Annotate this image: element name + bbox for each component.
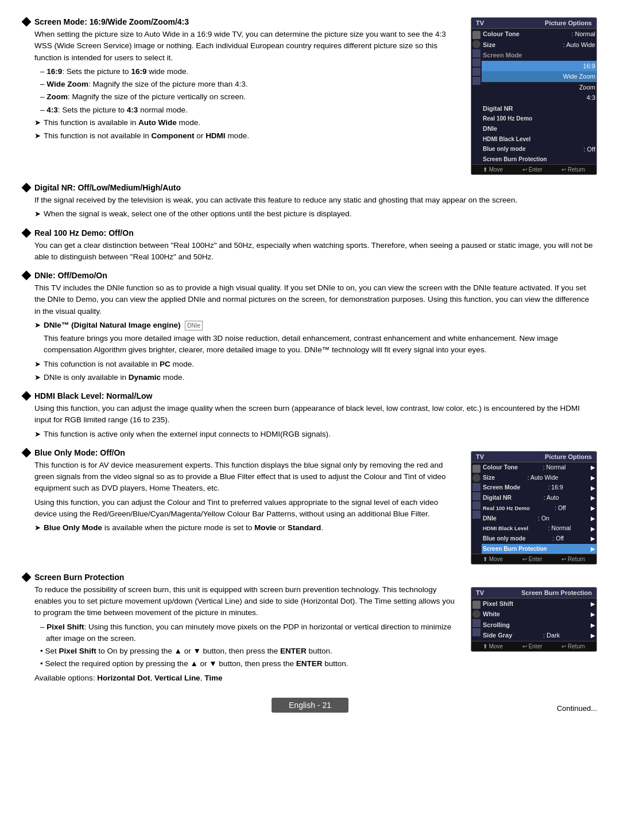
tv-icon-1 <box>472 31 480 39</box>
note-blue-only: ➤ Blue Only Mode is available when the p… <box>34 522 459 534</box>
bullet-pixel-shift: – Pixel Shift: Using this function, you … <box>40 621 459 645</box>
tv-panel-2-header: TV Picture Options <box>471 452 596 462</box>
dnie-title: DNIe: Off/Demo/On <box>34 271 107 280</box>
hdmi-black-body: Using this function, you can adjust the … <box>34 403 597 440</box>
section-hdmi-black: HDMI Black Level: Normal/Low Using this … <box>23 391 597 440</box>
tv-panel-3-header: TV Screen Burn Protection <box>471 588 596 598</box>
dnie-para: This TV includes the DNIe function so as… <box>34 282 597 317</box>
tv-row-colour-tone: Colour Tone: Normal <box>482 29 596 40</box>
spacer <box>471 573 597 578</box>
dnie-sub-body: This feature brings you more detailed im… <box>44 333 597 356</box>
english-button[interactable]: English - 21 <box>272 698 348 713</box>
bullet-select-option: • Select the required option by pressing… <box>40 658 459 670</box>
arrow-hdmi: ➤ <box>34 429 41 440</box>
tv-icon-4 <box>472 59 480 67</box>
tv-icon-6 <box>472 77 480 85</box>
blue-only-title: Blue Only Mode: Off/On <box>34 448 125 457</box>
arrow-icon: ➤ <box>34 117 41 129</box>
screen-burn-text: Screen Burn Protection To reduce the pos… <box>23 573 459 686</box>
tv-row-2-dnie: DNIe: On▶ <box>482 514 596 524</box>
tv-row-169: 16:9 <box>482 61 596 72</box>
blue-only-para2: Using this function, you can adjust the … <box>34 497 459 520</box>
tv-panel-2-content: Colour Tone: Normal▶ Size: Auto Wide▶ Sc… <box>482 462 596 554</box>
tv-row-3-pixel: Pixel Shift▶ <box>482 598 596 609</box>
tv-row-screen-mode: Screen Mode <box>482 50 596 61</box>
section-blue-only: Blue Only Mode: Off/On This function is … <box>23 448 597 565</box>
bullet-wide-zoom: – Wide Zoom: Magnify the size of the pic… <box>40 79 459 90</box>
tv-row-3-scrolling: Scrolling▶ <box>482 620 596 631</box>
note-dnie-pc: ➤ This cofunction is not available in PC… <box>34 359 597 370</box>
tv-label: TV <box>476 20 484 26</box>
blue-only-body: This function is for AV device measureme… <box>34 460 459 534</box>
diamond-icon-blue <box>22 448 32 457</box>
hdmi-black-para: Using this function, you can adjust the … <box>34 403 597 426</box>
footer3-return: ↩ Return <box>561 643 585 650</box>
screen-burn-panel-label: Screen Burn Protection <box>521 589 592 596</box>
dnie-sub-header: ➤ DNIe™ (Digital Natural Image engine) D… <box>34 320 597 331</box>
bullet-set-pixel: • Set Pixel Shift to On by pressing the … <box>40 645 459 657</box>
digital-nr-title: Digital NR: Off/Low/Medium/High/Auto <box>34 183 181 192</box>
tv-icon-2-1 <box>472 465 480 473</box>
arrow-dnie-sub: ➤ <box>34 320 41 331</box>
arrow-dnie-dynamic: ➤ <box>34 372 41 383</box>
tv-panel-1: TV Picture Options Colour Tone: Normal S… <box>471 17 597 175</box>
tv-icon-3-3 <box>472 619 480 627</box>
tv-row-2-size: Size: Auto Wide▶ <box>482 473 596 483</box>
diamond-icon-hdmi <box>22 391 32 401</box>
picture-options-label: Picture Options <box>545 20 592 26</box>
note-digital-nr: ➤ When the signal is weak, select one of… <box>34 208 597 220</box>
digital-nr-body: If the signal received by the television… <box>34 195 597 220</box>
bullet-zoom: – Zoom: Magnify the size of the picture … <box>40 91 459 103</box>
screen-mode-para: When setting the picture size to Auto Wi… <box>34 29 459 64</box>
section-digital-nr: Digital NR: Off/Low/Medium/High/Auto If … <box>23 183 597 220</box>
tv-row-43: 4:3 <box>482 92 596 103</box>
section-screen-mode: Screen Mode: 16:9/Wide Zoom/Zoom/4:3 Whe… <box>23 17 597 175</box>
tv-icon-2-2 <box>472 474 480 482</box>
real100hz-body: You can get a clear distinction between … <box>34 240 597 263</box>
tv-row-3-side-gray: Side Gray: Dark▶ <box>482 630 596 641</box>
footer-return: ↩ Return <box>561 166 585 173</box>
diamond-icon-100hz <box>22 228 32 238</box>
tv-panel-3-inner: Pixel Shift▶ White▶ Scrolling▶ Side Gray… <box>471 598 596 641</box>
dnie-body: This TV includes the DNIe function so as… <box>34 282 597 383</box>
tv-panel-2-footer: ⬆ Move ↩ Enter ↩ Return <box>471 554 596 564</box>
tv-panel-1-inner: Colour Tone: Normal Size: Auto Wide Scre… <box>471 29 596 164</box>
section-screen-burn: Screen Burn Protection To reduce the pos… <box>23 573 597 686</box>
diamond-icon <box>22 17 32 27</box>
tv-icon-5 <box>472 68 480 76</box>
tv-panel-3-footer: ⬆ Move ↩ Enter ↩ Return <box>471 641 596 651</box>
tv-icon-2-4 <box>472 492 480 500</box>
tv-icon-3-1 <box>472 601 480 609</box>
blue-only-para1: This function is for AV device measureme… <box>34 460 459 495</box>
tv-panel-2: TV Picture Options Colour Tone: Normal▶ … <box>471 451 597 565</box>
tv-icon-3 <box>472 49 480 57</box>
section-dnie: DNIe: Off/Demo/On This TV includes the D… <box>23 271 597 383</box>
section-real100hz: Real 100 Hz Demo: Off/On You can get a c… <box>23 228 597 263</box>
tv-row-2-hdmi: HDMI Black Level: Normal▶ <box>482 523 596 534</box>
screen-burn-body: To reduce the possibility of screen burn… <box>34 584 459 684</box>
tv-panel-1-footer: ⬆ Move ↩ Enter ↩ Return <box>471 164 596 174</box>
tv-row-blue-only: Blue only mode: Off <box>482 144 596 155</box>
footer2-enter: ↩ Enter <box>522 556 542 562</box>
tv-row-dnie: DNIe <box>482 123 596 134</box>
tv-row-3-white: White▶ <box>482 609 596 620</box>
tv-row-2-screen-burn: Screen Burn Protection▶ <box>482 544 596 554</box>
diamond-icon-nr <box>22 183 32 193</box>
tv-icon-2-3 <box>472 483 480 491</box>
arrow-icon-2: ➤ <box>34 130 41 142</box>
digital-nr-para: If the signal received by the television… <box>34 195 597 206</box>
tv-row-2-screen-mode: Screen Mode: 16:9▶ <box>482 483 596 493</box>
tv-panel-3-content: Pixel Shift▶ White▶ Scrolling▶ Side Gray… <box>482 598 596 641</box>
tv-row-2-blue-only: Blue only mode: Off▶ <box>482 534 596 544</box>
hdmi-black-title: HDMI Black Level: Normal/Low <box>34 391 152 400</box>
tv-label-2: TV <box>476 453 484 460</box>
arrow-icon-nr: ➤ <box>34 208 41 220</box>
tv-icon-2-6 <box>472 511 480 519</box>
footer-enter: ↩ Enter <box>522 166 542 173</box>
note-hdmi-active: ➤ This function is active only when the … <box>34 429 597 440</box>
note-dnie-dynamic: ➤ DNIe is only available in Dynamic mode… <box>34 372 597 383</box>
tv-row-wide-zoom: Wide Zoom <box>482 71 596 82</box>
tv-panel-1-content: Colour Tone: Normal Size: Auto Wide Scre… <box>482 29 596 164</box>
footer2-move: ⬆ Move <box>483 556 503 562</box>
real100hz-title: Real 100 Hz Demo: Off/On <box>34 228 134 238</box>
